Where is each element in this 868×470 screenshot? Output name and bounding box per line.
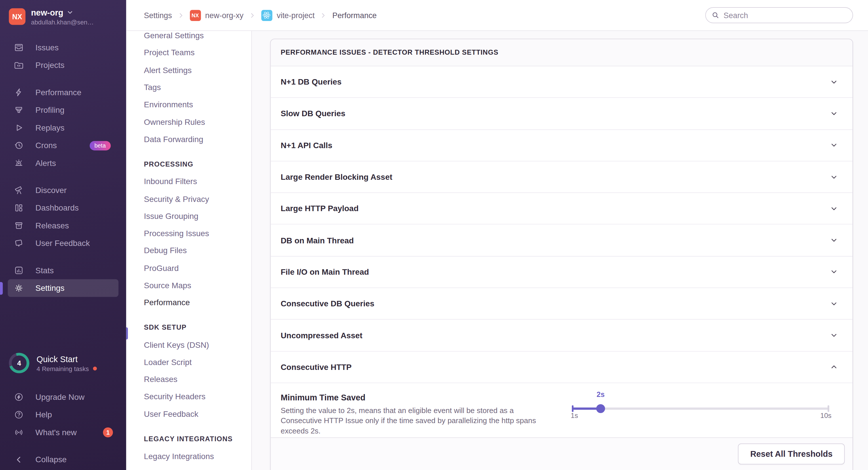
- settings-nav-processing-issues[interactable]: Processing Issues: [126, 225, 251, 242]
- chevron-down-icon: [830, 141, 838, 149]
- breadcrumb-settings[interactable]: Settings: [144, 11, 172, 20]
- settings-nav-data-forwarding[interactable]: Data Forwarding: [126, 131, 251, 148]
- sidebar-item-dashboards[interactable]: Dashboards: [8, 199, 119, 217]
- consecutive-http-expanded-section: Minimum Time Saved Setting the value to …: [271, 383, 853, 437]
- settings-nav-alert-settings[interactable]: Alert Settings: [126, 62, 251, 79]
- settings-nav-client-keys[interactable]: Client Keys (DSN): [126, 336, 251, 354]
- search-box[interactable]: [705, 7, 853, 23]
- detector-row-n1-api-calls[interactable]: N+1 API Calls: [271, 130, 853, 161]
- replays-icon: [14, 123, 24, 133]
- sidebar-item-projects[interactable]: Projects: [8, 56, 119, 74]
- discover-icon: [14, 185, 24, 195]
- settings-nav-performance[interactable]: Performance: [126, 294, 251, 311]
- sidebar-item-whats-new[interactable]: What's new 1: [8, 424, 119, 441]
- settings-nav-security-headers[interactable]: Security Headers: [126, 388, 251, 405]
- sidebar-item-help[interactable]: Help: [8, 406, 119, 424]
- sidebar-item-label: Crons: [35, 141, 57, 150]
- detector-row-db-on-main-thread[interactable]: DB on Main Thread: [271, 225, 853, 256]
- collapse-label: Collapse: [35, 455, 67, 464]
- settings-nav-general-settings[interactable]: General Settings: [126, 31, 251, 44]
- slider-start-tick: [572, 405, 574, 412]
- sidebar-item-performance[interactable]: Performance: [8, 83, 119, 101]
- detector-settings-panel: PERFORMANCE ISSUES - DETECTOR THRESHOLD …: [270, 39, 853, 470]
- sidebar-item-label: Dashboards: [35, 203, 79, 212]
- detector-row-consecutive-db-queries[interactable]: Consecutive DB Queries: [271, 288, 853, 320]
- settings-nav-user-feedback[interactable]: User Feedback: [126, 405, 251, 423]
- slider-thumb[interactable]: [596, 404, 605, 413]
- whats-new-badge: 1: [103, 428, 113, 437]
- detector-row-large-render-blocking-asset[interactable]: Large Render Blocking Asset: [271, 161, 853, 193]
- breadcrumb: Settings NX new-org-xy vite-project Perf…: [144, 10, 377, 21]
- breadcrumb-organization[interactable]: NX new-org-xy: [190, 10, 244, 21]
- detector-row-slow-db-queries[interactable]: Slow DB Queries: [271, 98, 853, 130]
- beta-badge: beta: [90, 141, 111, 150]
- chevron-down-icon: [830, 110, 838, 118]
- sidebar-item-replays[interactable]: Replays: [8, 119, 119, 137]
- settings-nav-proguard[interactable]: ProGuard: [126, 260, 251, 277]
- sidebar-item-label: Profiling: [35, 106, 64, 114]
- sidebar-item-label: Settings: [35, 283, 64, 293]
- sidebar-item-stats[interactable]: Stats: [8, 262, 119, 279]
- org-meta: new-org abdullah.khan@sen…: [31, 8, 94, 26]
- detector-row-consecutive-http[interactable]: Consecutive HTTP: [271, 351, 853, 383]
- projects-icon: [14, 60, 24, 70]
- org-switcher[interactable]: NX new-org abdullah.khan@sen…: [9, 8, 117, 26]
- settings-nav-releases[interactable]: Releases: [126, 371, 251, 388]
- sidebar-item-crons[interactable]: Crons beta: [8, 137, 119, 155]
- sidebar-item-settings[interactable]: Settings: [8, 279, 119, 297]
- sidebar-item-label: Performance: [35, 88, 82, 97]
- breadcrumb-separator-icon: [248, 11, 256, 19]
- sidebar-item-issues[interactable]: Issues: [8, 39, 119, 57]
- search-input[interactable]: [723, 11, 834, 20]
- settings-nav-environments[interactable]: Environments: [126, 96, 251, 113]
- issues-icon: [14, 42, 24, 53]
- sidebar-item-label: Projects: [35, 61, 64, 70]
- settings-nav-loader-script[interactable]: Loader Script: [126, 354, 251, 371]
- collapse-button[interactable]: Collapse: [8, 451, 119, 469]
- slider-max-label: 10s: [820, 412, 832, 419]
- sidebar-item-alerts[interactable]: Alerts: [8, 154, 119, 172]
- breadcrumb-current-page: Performance: [332, 11, 377, 20]
- settings-nav-ownership-rules[interactable]: Ownership Rules: [126, 113, 251, 131]
- settings-nav-issue-grouping[interactable]: Issue Grouping: [126, 207, 251, 225]
- settings-nav-inbound-filters[interactable]: Inbound Filters: [126, 173, 251, 190]
- sidebar-item-releases[interactable]: Releases: [8, 217, 119, 235]
- quick-start[interactable]: 4 Quick Start 4 Remaining tasks: [9, 352, 97, 373]
- reset-all-thresholds-button[interactable]: Reset All Thresholds: [738, 443, 845, 465]
- settings-nav-debug-files[interactable]: Debug Files: [126, 242, 251, 260]
- breadcrumb-project[interactable]: vite-project: [261, 10, 315, 21]
- stats-icon: [14, 266, 24, 275]
- sidebar-item-label: Discover: [35, 186, 66, 195]
- sidebar-footer-nav: Upgrade Now Help What's new 1: [0, 388, 126, 441]
- sidebar-item-profiling[interactable]: Profiling: [8, 101, 119, 119]
- settings-nav-tags[interactable]: Tags: [126, 79, 251, 96]
- detector-row-n1-db-queries[interactable]: N+1 DB Queries: [271, 66, 853, 98]
- profiling-icon: [14, 105, 24, 115]
- settings-nav-security-privacy[interactable]: Security & Privacy: [126, 190, 251, 207]
- chevron-down-icon: [830, 204, 838, 213]
- sidebar-item-label: Releases: [35, 221, 69, 230]
- settings-nav-project-teams[interactable]: Project Teams: [126, 44, 251, 61]
- detector-row-file-io-on-main-thread[interactable]: File I/O on Main Thread: [271, 257, 853, 288]
- app-root: NX new-org abdullah.khan@sen… Issues: [0, 0, 868, 470]
- settings-nav-legacy-integrations[interactable]: Legacy Integrations: [126, 447, 251, 465]
- sidebar-item-upgrade-now[interactable]: Upgrade Now: [8, 388, 119, 406]
- slider-track[interactable]: [572, 408, 829, 410]
- upgrade-icon: [14, 392, 24, 402]
- quick-start-title: Quick Start: [36, 354, 97, 364]
- alerts-icon: [14, 158, 24, 168]
- top-header: Settings NX new-org-xy vite-project Perf…: [126, 0, 868, 31]
- detector-row-large-http-payload[interactable]: Large HTTP Payload: [271, 193, 853, 225]
- chevron-up-icon: [830, 363, 838, 371]
- performance-icon: [14, 88, 24, 98]
- org-name: new-org: [31, 8, 63, 17]
- detector-row-uncompressed-asset[interactable]: Uncompressed Asset: [271, 320, 853, 351]
- sidebar-item-discover[interactable]: Discover: [8, 181, 119, 199]
- settings-nav-source-maps[interactable]: Source Maps: [126, 277, 251, 294]
- settings-nav-heading-processing: PROCESSING: [126, 156, 251, 173]
- settings-nav: General Settings Project Teams Alert Set…: [126, 31, 252, 470]
- gear-icon: [14, 283, 24, 293]
- primary-nav: Issues Projects Performance Profiling: [0, 39, 126, 297]
- chevron-down-icon: [66, 9, 74, 16]
- sidebar-item-user-feedback[interactable]: User Feedback: [8, 234, 119, 252]
